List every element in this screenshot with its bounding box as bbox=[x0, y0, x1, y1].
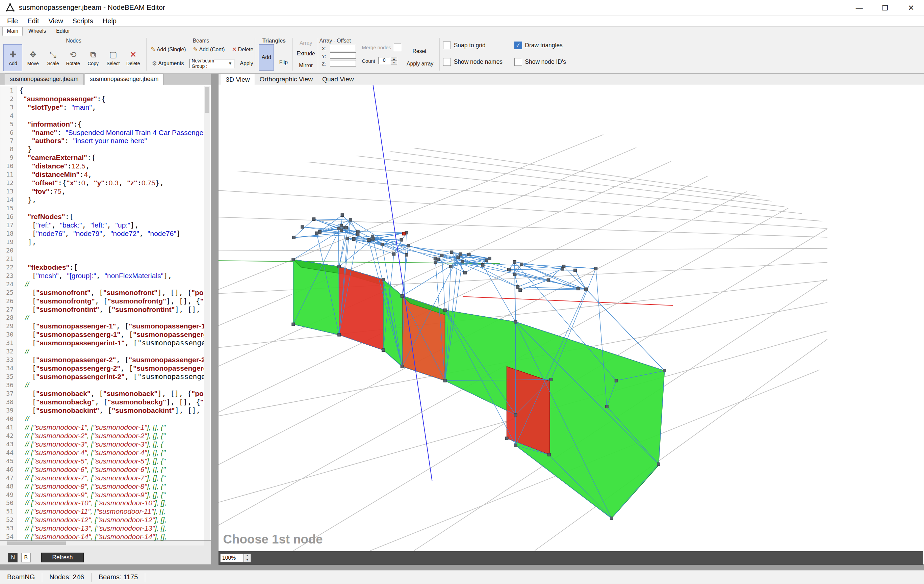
code-line[interactable]: 51 // ["susmonodoor-11", ["susmonodoor-1… bbox=[0, 507, 204, 516]
toggle-snap-to-grid[interactable]: Snap to grid bbox=[443, 41, 503, 50]
code-line[interactable]: 20 bbox=[0, 247, 204, 255]
code-line[interactable]: 19 ], bbox=[0, 238, 204, 247]
ribbon-tab-wheels[interactable]: Wheels bbox=[24, 27, 51, 36]
add-cont-beam-button[interactable]: ✎Add (Cont) bbox=[191, 45, 227, 54]
zoom-stepper[interactable]: ▲▼ bbox=[244, 554, 251, 563]
3d-scene[interactable] bbox=[218, 85, 923, 551]
arguments-button[interactable]: ⚙ Arguments bbox=[150, 59, 186, 68]
code-line[interactable]: 54 // ["susmonodoor-14", ["susmonodoor-1… bbox=[0, 533, 204, 541]
ribbon-tab-editor[interactable]: Editor bbox=[52, 27, 74, 36]
code-line[interactable]: 37 ["susmonoback", ["susmonoback"], [], … bbox=[0, 390, 204, 398]
code-line[interactable]: 21 bbox=[0, 255, 204, 263]
code-line[interactable]: 2 "susmonopassenger":{ bbox=[0, 95, 204, 103]
unchecked-checkbox-icon[interactable] bbox=[443, 41, 451, 49]
code-line[interactable]: 50 // ["susmonodoor-10", ["susmonodoor-1… bbox=[0, 499, 204, 507]
code-line[interactable]: 47 // ["susmonodoor-7", ["susmonodoor-7"… bbox=[0, 474, 204, 482]
z-offset-input[interactable] bbox=[330, 60, 356, 66]
code-line[interactable]: 33 ["susmonopassenger-2", ["susmonopasse… bbox=[0, 356, 204, 364]
code-line[interactable]: 25 ["susmonofront", ["susmonofront"], []… bbox=[0, 289, 204, 297]
code-line[interactable]: 52 // ["susmonodoor-12", ["susmonodoor-1… bbox=[0, 516, 204, 524]
minimize-button[interactable]: — bbox=[846, 0, 872, 16]
beams-mode-button[interactable]: B bbox=[21, 553, 31, 563]
code-line[interactable]: 48 // ["susmonodoor-8", ["susmonodoor-8"… bbox=[0, 482, 204, 491]
code-area[interactable]: 1{2 "susmonopassenger":{3 "slotType": "m… bbox=[0, 86, 204, 541]
code-line[interactable]: 45 // ["susmonodoor-5", ["susmonodoor-5"… bbox=[0, 457, 204, 466]
code-line[interactable]: 44 // ["susmonodoor-4", ["susmonodoor-4"… bbox=[0, 449, 204, 457]
apply-array-button[interactable]: Apply array bbox=[407, 61, 433, 67]
code-line[interactable]: 49 // ["susmonodoor-9", ["susmonodoor-9"… bbox=[0, 491, 204, 499]
refresh-button[interactable]: Refresh bbox=[41, 553, 84, 563]
editor-horizontal-scrollbar[interactable] bbox=[0, 541, 204, 546]
code-line[interactable]: 38 ["susmonobackg", ["susmonobackg"], []… bbox=[0, 398, 204, 406]
jbeam-editor[interactable]: 1{2 "susmonopassenger":{3 "slotType": "m… bbox=[0, 85, 211, 541]
y-offset-input[interactable] bbox=[330, 52, 356, 59]
code-line[interactable]: 40 // bbox=[0, 415, 204, 423]
code-line[interactable]: 32 // bbox=[0, 347, 204, 356]
reset-array-button[interactable]: Reset bbox=[412, 48, 426, 54]
code-line[interactable]: 27 ["susmonofrontint", ["susmonofrontint… bbox=[0, 306, 204, 314]
code-line[interactable]: 24 // bbox=[0, 280, 204, 289]
code-line[interactable]: 14 }, bbox=[0, 196, 204, 204]
file-tab-1[interactable]: susmonopassenger.jbeam bbox=[85, 74, 163, 85]
beam-group-dropdown[interactable]: New beam Group : ▼ bbox=[190, 59, 234, 68]
code-line[interactable]: 31 ["susmonopassengerint-1", ["susmonopa… bbox=[0, 339, 204, 347]
code-line[interactable]: 53 // ["susmonodoor-13", ["susmonodoor-1… bbox=[0, 524, 204, 533]
move-node-button[interactable]: ✥Move bbox=[24, 44, 43, 71]
count-stepper[interactable]: ▲▼ bbox=[391, 57, 397, 64]
add-node-button[interactable]: ✚Add bbox=[3, 44, 22, 71]
zoom-input[interactable]: 100% bbox=[220, 554, 244, 563]
code-line[interactable]: 23 ["mesh", "[group]:", "nonFlexMaterial… bbox=[0, 272, 204, 280]
code-line[interactable]: 43 // ["susmonodoor-3", ["susmonodoor-3"… bbox=[0, 440, 204, 449]
view-tab-3d-view[interactable]: 3D View bbox=[221, 74, 255, 85]
code-line[interactable]: 35 ["susmonopassengerint-2", ["susmonopa… bbox=[0, 373, 204, 381]
code-line[interactable]: 10 "distance":12.5, bbox=[0, 162, 204, 171]
menu-view[interactable]: View bbox=[44, 17, 68, 25]
view-tab-orthographic-view[interactable]: Orthographic View bbox=[255, 74, 317, 85]
code-line[interactable]: 4 bbox=[0, 112, 204, 120]
code-line[interactable]: 7 "authors": "insert your name here" bbox=[0, 137, 204, 145]
rotate-node-button[interactable]: ⟲Rotate bbox=[63, 44, 82, 71]
flip-triangle-button[interactable]: Flip bbox=[276, 58, 290, 67]
toggle-show-node-names[interactable]: Show node names bbox=[443, 57, 503, 66]
code-line[interactable]: 6 "name": "Suspended Monorail Train 4 Ca… bbox=[0, 128, 204, 137]
menu-help[interactable]: Help bbox=[98, 17, 121, 25]
code-line[interactable]: 15 bbox=[0, 204, 204, 213]
extrude-button[interactable]: Extrude bbox=[295, 51, 317, 57]
maximize-button[interactable]: ❐ bbox=[872, 0, 898, 16]
delete-node-button[interactable]: ✕Delete bbox=[124, 44, 142, 71]
code-line[interactable]: 5 "information":{ bbox=[0, 120, 204, 128]
code-line[interactable]: 13 "fov":75, bbox=[0, 188, 204, 196]
stepper-down-icon[interactable]: ▼ bbox=[391, 61, 397, 64]
code-line[interactable]: 22 "flexbodies":[ bbox=[0, 263, 204, 272]
ribbon-tab-main[interactable]: Main bbox=[2, 27, 23, 36]
code-line[interactable]: 29 ["susmonopassenger-1", ["susmonopasse… bbox=[0, 322, 204, 331]
code-line[interactable]: 18 ["node76", "node79", "node72", "node7… bbox=[0, 230, 204, 238]
code-line[interactable]: 41 // ["susmonodoor-1", ["susmonodoor-1"… bbox=[0, 423, 204, 432]
menu-scripts[interactable]: Scripts bbox=[68, 17, 98, 25]
x-offset-input[interactable] bbox=[330, 45, 356, 51]
code-line[interactable]: 3 "slotType": "main", bbox=[0, 103, 204, 112]
select-node-button[interactable]: ▢Select bbox=[104, 44, 122, 71]
menu-edit[interactable]: Edit bbox=[23, 17, 44, 25]
stepper-up-icon[interactable]: ▲ bbox=[391, 57, 397, 61]
code-line[interactable]: 11 "distanceMin":4, bbox=[0, 171, 204, 179]
code-line[interactable]: 12 "offset":{"x":0, "y":0.3, "z":0.75}, bbox=[0, 179, 204, 188]
mirror-button[interactable]: Mirror bbox=[295, 63, 317, 69]
code-line[interactable]: 46 // ["susmonodoor-6", ["susmonodoor-6"… bbox=[0, 466, 204, 474]
scrollbar-thumb[interactable] bbox=[7, 541, 66, 545]
nodes-mode-button[interactable]: N bbox=[8, 553, 18, 563]
copy-node-button[interactable]: ⧉Copy bbox=[84, 44, 103, 71]
code-line[interactable]: 17 ["ref:", "back:", "left:", "up:"], bbox=[0, 221, 204, 230]
toggle-show-node-id-s[interactable]: Show node ID's bbox=[514, 57, 566, 66]
count-input[interactable]: 0 bbox=[378, 57, 390, 64]
toggle-draw-triangles[interactable]: ✓Draw triangles bbox=[514, 41, 566, 50]
add-single-beam-button[interactable]: ✎Add (Single) bbox=[148, 45, 188, 54]
code-line[interactable]: 1{ bbox=[0, 86, 204, 95]
view-tab-quad-view[interactable]: Quad View bbox=[317, 74, 358, 85]
viewport-canvas[interactable]: Choose 1st node bbox=[218, 85, 923, 551]
checked-checkbox-icon[interactable]: ✓ bbox=[514, 41, 522, 49]
scale-node-button[interactable]: ⤡Scale bbox=[44, 44, 63, 71]
file-tab-0[interactable]: susmonopassenger.jbeam bbox=[5, 74, 83, 85]
merge-nodes-checkbox[interactable] bbox=[394, 44, 401, 51]
close-button[interactable]: ✕ bbox=[898, 0, 924, 16]
